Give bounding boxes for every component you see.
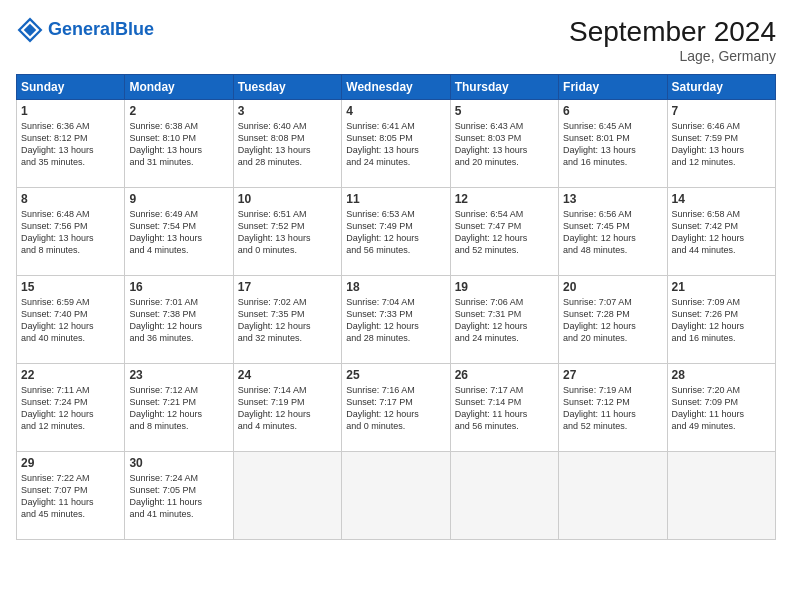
cell-day-2: 2Sunrise: 6:38 AMSunset: 8:10 PMDaylight… — [125, 100, 233, 188]
header: GeneralBlue September 2024 Lage, Germany — [16, 16, 776, 64]
day-text-23: Sunrise: 7:12 AMSunset: 7:21 PMDaylight:… — [129, 384, 228, 433]
page: GeneralBlue September 2024 Lage, Germany… — [0, 0, 792, 612]
day-text-15: Sunrise: 6:59 AMSunset: 7:40 PMDaylight:… — [21, 296, 120, 345]
day-number-16: 16 — [129, 280, 228, 294]
day-number-18: 18 — [346, 280, 445, 294]
col-sunday: Sunday — [17, 75, 125, 100]
day-number-28: 28 — [672, 368, 771, 382]
cell-day-empty-4-3 — [342, 452, 450, 540]
cell-day-12: 12Sunrise: 6:54 AMSunset: 7:47 PMDayligh… — [450, 188, 558, 276]
day-text-1: Sunrise: 6:36 AMSunset: 8:12 PMDaylight:… — [21, 120, 120, 169]
cell-day-13: 13Sunrise: 6:56 AMSunset: 7:45 PMDayligh… — [559, 188, 667, 276]
cell-day-1: 1Sunrise: 6:36 AMSunset: 8:12 PMDaylight… — [17, 100, 125, 188]
day-number-17: 17 — [238, 280, 337, 294]
day-text-2: Sunrise: 6:38 AMSunset: 8:10 PMDaylight:… — [129, 120, 228, 169]
day-number-11: 11 — [346, 192, 445, 206]
day-text-18: Sunrise: 7:04 AMSunset: 7:33 PMDaylight:… — [346, 296, 445, 345]
cell-day-empty-4-6 — [667, 452, 775, 540]
day-number-2: 2 — [129, 104, 228, 118]
day-text-19: Sunrise: 7:06 AMSunset: 7:31 PMDaylight:… — [455, 296, 554, 345]
cell-day-30: 30Sunrise: 7:24 AMSunset: 7:05 PMDayligh… — [125, 452, 233, 540]
day-text-24: Sunrise: 7:14 AMSunset: 7:19 PMDaylight:… — [238, 384, 337, 433]
day-text-16: Sunrise: 7:01 AMSunset: 7:38 PMDaylight:… — [129, 296, 228, 345]
day-text-10: Sunrise: 6:51 AMSunset: 7:52 PMDaylight:… — [238, 208, 337, 257]
cell-day-9: 9Sunrise: 6:49 AMSunset: 7:54 PMDaylight… — [125, 188, 233, 276]
logo: GeneralBlue — [16, 16, 154, 44]
cell-day-10: 10Sunrise: 6:51 AMSunset: 7:52 PMDayligh… — [233, 188, 341, 276]
cell-day-empty-4-2 — [233, 452, 341, 540]
cell-day-29: 29Sunrise: 7:22 AMSunset: 7:07 PMDayligh… — [17, 452, 125, 540]
logo-icon — [16, 16, 44, 44]
logo-general: General — [48, 19, 115, 39]
day-text-5: Sunrise: 6:43 AMSunset: 8:03 PMDaylight:… — [455, 120, 554, 169]
cell-day-26: 26Sunrise: 7:17 AMSunset: 7:14 PMDayligh… — [450, 364, 558, 452]
calendar-table: Sunday Monday Tuesday Wednesday Thursday… — [16, 74, 776, 540]
col-saturday: Saturday — [667, 75, 775, 100]
cell-day-15: 15Sunrise: 6:59 AMSunset: 7:40 PMDayligh… — [17, 276, 125, 364]
day-number-1: 1 — [21, 104, 120, 118]
cell-day-14: 14Sunrise: 6:58 AMSunset: 7:42 PMDayligh… — [667, 188, 775, 276]
cell-day-27: 27Sunrise: 7:19 AMSunset: 7:12 PMDayligh… — [559, 364, 667, 452]
header-row: Sunday Monday Tuesday Wednesday Thursday… — [17, 75, 776, 100]
day-number-25: 25 — [346, 368, 445, 382]
day-number-4: 4 — [346, 104, 445, 118]
col-tuesday: Tuesday — [233, 75, 341, 100]
day-text-25: Sunrise: 7:16 AMSunset: 7:17 PMDaylight:… — [346, 384, 445, 433]
day-text-7: Sunrise: 6:46 AMSunset: 7:59 PMDaylight:… — [672, 120, 771, 169]
day-number-13: 13 — [563, 192, 662, 206]
logo-blue: Blue — [115, 19, 154, 39]
day-number-19: 19 — [455, 280, 554, 294]
day-text-12: Sunrise: 6:54 AMSunset: 7:47 PMDaylight:… — [455, 208, 554, 257]
cell-day-7: 7Sunrise: 6:46 AMSunset: 7:59 PMDaylight… — [667, 100, 775, 188]
cell-day-11: 11Sunrise: 6:53 AMSunset: 7:49 PMDayligh… — [342, 188, 450, 276]
day-text-9: Sunrise: 6:49 AMSunset: 7:54 PMDaylight:… — [129, 208, 228, 257]
day-number-8: 8 — [21, 192, 120, 206]
day-number-10: 10 — [238, 192, 337, 206]
day-text-20: Sunrise: 7:07 AMSunset: 7:28 PMDaylight:… — [563, 296, 662, 345]
cell-day-18: 18Sunrise: 7:04 AMSunset: 7:33 PMDayligh… — [342, 276, 450, 364]
day-number-30: 30 — [129, 456, 228, 470]
day-number-29: 29 — [21, 456, 120, 470]
col-monday: Monday — [125, 75, 233, 100]
week-row-2: 8Sunrise: 6:48 AMSunset: 7:56 PMDaylight… — [17, 188, 776, 276]
day-number-15: 15 — [21, 280, 120, 294]
day-text-28: Sunrise: 7:20 AMSunset: 7:09 PMDaylight:… — [672, 384, 771, 433]
cell-day-28: 28Sunrise: 7:20 AMSunset: 7:09 PMDayligh… — [667, 364, 775, 452]
cell-day-17: 17Sunrise: 7:02 AMSunset: 7:35 PMDayligh… — [233, 276, 341, 364]
day-text-21: Sunrise: 7:09 AMSunset: 7:26 PMDaylight:… — [672, 296, 771, 345]
day-number-3: 3 — [238, 104, 337, 118]
week-row-3: 15Sunrise: 6:59 AMSunset: 7:40 PMDayligh… — [17, 276, 776, 364]
cell-day-empty-4-5 — [559, 452, 667, 540]
day-number-27: 27 — [563, 368, 662, 382]
col-thursday: Thursday — [450, 75, 558, 100]
week-row-4: 22Sunrise: 7:11 AMSunset: 7:24 PMDayligh… — [17, 364, 776, 452]
day-number-21: 21 — [672, 280, 771, 294]
day-number-7: 7 — [672, 104, 771, 118]
cell-day-6: 6Sunrise: 6:45 AMSunset: 8:01 PMDaylight… — [559, 100, 667, 188]
day-number-12: 12 — [455, 192, 554, 206]
day-number-26: 26 — [455, 368, 554, 382]
location: Lage, Germany — [569, 48, 776, 64]
week-row-1: 1Sunrise: 6:36 AMSunset: 8:12 PMDaylight… — [17, 100, 776, 188]
day-text-8: Sunrise: 6:48 AMSunset: 7:56 PMDaylight:… — [21, 208, 120, 257]
cell-day-22: 22Sunrise: 7:11 AMSunset: 7:24 PMDayligh… — [17, 364, 125, 452]
day-number-9: 9 — [129, 192, 228, 206]
day-number-20: 20 — [563, 280, 662, 294]
day-number-5: 5 — [455, 104, 554, 118]
day-text-22: Sunrise: 7:11 AMSunset: 7:24 PMDaylight:… — [21, 384, 120, 433]
day-number-6: 6 — [563, 104, 662, 118]
cell-day-8: 8Sunrise: 6:48 AMSunset: 7:56 PMDaylight… — [17, 188, 125, 276]
day-text-4: Sunrise: 6:41 AMSunset: 8:05 PMDaylight:… — [346, 120, 445, 169]
cell-day-20: 20Sunrise: 7:07 AMSunset: 7:28 PMDayligh… — [559, 276, 667, 364]
title-block: September 2024 Lage, Germany — [569, 16, 776, 64]
day-text-27: Sunrise: 7:19 AMSunset: 7:12 PMDaylight:… — [563, 384, 662, 433]
cell-day-23: 23Sunrise: 7:12 AMSunset: 7:21 PMDayligh… — [125, 364, 233, 452]
day-text-6: Sunrise: 6:45 AMSunset: 8:01 PMDaylight:… — [563, 120, 662, 169]
col-friday: Friday — [559, 75, 667, 100]
cell-day-16: 16Sunrise: 7:01 AMSunset: 7:38 PMDayligh… — [125, 276, 233, 364]
cell-day-3: 3Sunrise: 6:40 AMSunset: 8:08 PMDaylight… — [233, 100, 341, 188]
col-wednesday: Wednesday — [342, 75, 450, 100]
week-row-5: 29Sunrise: 7:22 AMSunset: 7:07 PMDayligh… — [17, 452, 776, 540]
day-text-3: Sunrise: 6:40 AMSunset: 8:08 PMDaylight:… — [238, 120, 337, 169]
day-text-14: Sunrise: 6:58 AMSunset: 7:42 PMDaylight:… — [672, 208, 771, 257]
